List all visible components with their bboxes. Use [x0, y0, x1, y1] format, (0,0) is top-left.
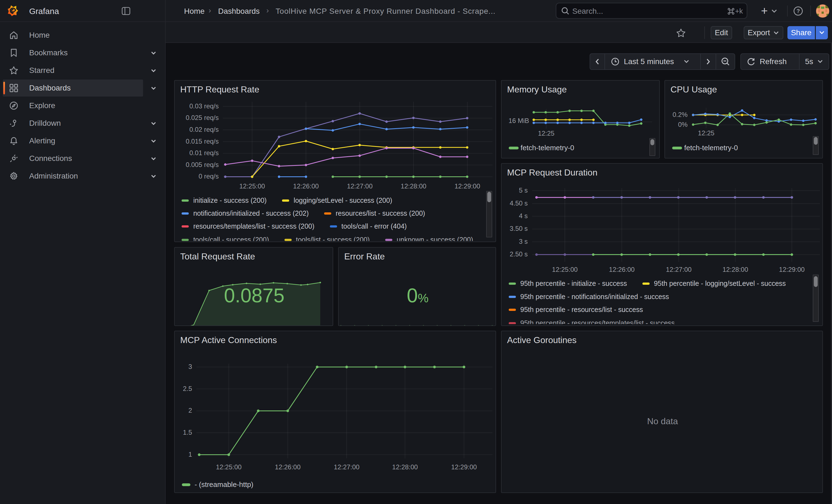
svg-text:?: ? [797, 8, 800, 14]
